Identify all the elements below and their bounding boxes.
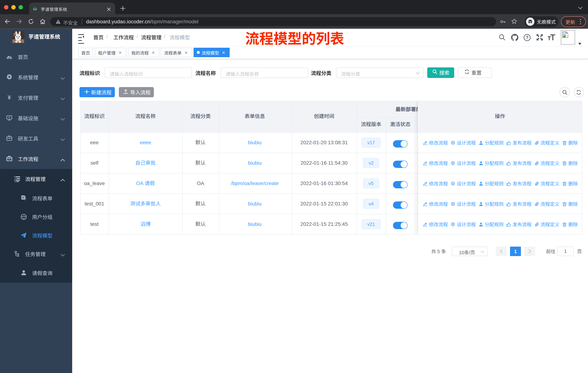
svg-text:?: ? xyxy=(526,35,528,40)
